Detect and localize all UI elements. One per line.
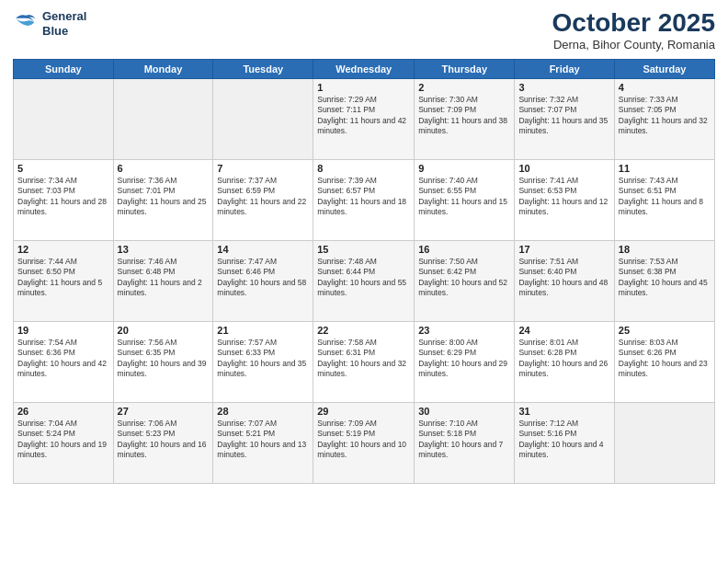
day-info: Sunrise: 7:56 AMSunset: 6:35 PMDaylight:… — [118, 338, 210, 380]
calendar-week-2: 5Sunrise: 7:34 AMSunset: 7:03 PMDaylight… — [14, 159, 715, 240]
day-info: Sunrise: 7:33 AMSunset: 7:05 PMDaylight:… — [619, 95, 711, 137]
day-number: 29 — [317, 406, 410, 417]
title-block: October 2025 Derna, Bihor County, Romani… — [552, 9, 715, 52]
day-info: Sunrise: 7:29 AMSunset: 7:11 PMDaylight:… — [317, 95, 410, 137]
day-info: Sunrise: 7:12 AMSunset: 5:16 PMDaylight:… — [518, 419, 609, 461]
calendar-cell: 27Sunrise: 7:06 AMSunset: 5:23 PMDayligh… — [113, 402, 213, 483]
weekday-header-tuesday: Tuesday — [213, 59, 313, 78]
calendar-cell: 21Sunrise: 7:57 AMSunset: 6:33 PMDayligh… — [213, 321, 313, 402]
calendar-cell: 1Sunrise: 7:29 AMSunset: 7:11 PMDaylight… — [313, 78, 415, 159]
day-number: 1 — [317, 82, 410, 93]
calendar-cell: 23Sunrise: 8:00 AMSunset: 6:29 PMDayligh… — [415, 321, 515, 402]
day-number: 7 — [217, 163, 309, 174]
day-number: 27 — [118, 406, 210, 417]
day-info: Sunrise: 7:39 AMSunset: 6:57 PMDaylight:… — [317, 176, 410, 218]
day-number: 28 — [217, 406, 309, 417]
day-number: 6 — [118, 163, 210, 174]
calendar-cell: 28Sunrise: 7:07 AMSunset: 5:21 PMDayligh… — [213, 402, 313, 483]
logo-text: General Blue — [42, 9, 86, 38]
day-info: Sunrise: 7:32 AMSunset: 7:07 PMDaylight:… — [518, 95, 609, 137]
day-number: 21 — [217, 325, 309, 336]
calendar-cell — [113, 78, 213, 159]
calendar-cell: 8Sunrise: 7:39 AMSunset: 6:57 PMDaylight… — [313, 159, 415, 240]
logo: General Blue — [13, 9, 86, 38]
calendar-week-1: 1Sunrise: 7:29 AMSunset: 7:11 PMDaylight… — [14, 78, 715, 159]
calendar-cell: 20Sunrise: 7:56 AMSunset: 6:35 PMDayligh… — [113, 321, 213, 402]
day-number: 18 — [619, 244, 711, 255]
day-info: Sunrise: 7:40 AMSunset: 6:55 PMDaylight:… — [418, 176, 510, 218]
logo-icon — [13, 11, 39, 37]
day-info: Sunrise: 7:09 AMSunset: 5:19 PMDaylight:… — [317, 419, 410, 461]
day-number: 5 — [17, 163, 109, 174]
day-info: Sunrise: 7:50 AMSunset: 6:42 PMDaylight:… — [418, 257, 510, 299]
day-info: Sunrise: 7:07 AMSunset: 5:21 PMDaylight:… — [217, 419, 309, 461]
calendar-cell: 29Sunrise: 7:09 AMSunset: 5:19 PMDayligh… — [313, 402, 415, 483]
calendar-table: SundayMondayTuesdayWednesdayThursdayFrid… — [13, 59, 715, 484]
day-info: Sunrise: 7:06 AMSunset: 5:23 PMDaylight:… — [118, 419, 210, 461]
weekday-header-monday: Monday — [113, 59, 213, 78]
weekday-header-saturday: Saturday — [614, 59, 714, 78]
day-number: 31 — [518, 406, 609, 417]
calendar-cell: 14Sunrise: 7:47 AMSunset: 6:46 PMDayligh… — [213, 240, 313, 321]
calendar-cell: 18Sunrise: 7:53 AMSunset: 6:38 PMDayligh… — [614, 240, 714, 321]
day-number: 20 — [118, 325, 210, 336]
weekday-header-wednesday: Wednesday — [313, 59, 415, 78]
calendar-cell: 11Sunrise: 7:43 AMSunset: 6:51 PMDayligh… — [614, 159, 714, 240]
calendar-cell: 12Sunrise: 7:44 AMSunset: 6:50 PMDayligh… — [14, 240, 114, 321]
calendar-cell: 25Sunrise: 8:03 AMSunset: 6:26 PMDayligh… — [614, 321, 714, 402]
calendar-cell — [614, 402, 714, 483]
page-header: General Blue October 2025 Derna, Bihor C… — [13, 9, 715, 52]
location-subtitle: Derna, Bihor County, Romania — [552, 38, 715, 52]
day-info: Sunrise: 7:57 AMSunset: 6:33 PMDaylight:… — [217, 338, 309, 380]
day-number: 15 — [317, 244, 410, 255]
day-info: Sunrise: 7:54 AMSunset: 6:36 PMDaylight:… — [17, 338, 109, 380]
day-info: Sunrise: 7:04 AMSunset: 5:24 PMDaylight:… — [17, 419, 109, 461]
day-number: 10 — [518, 163, 609, 174]
calendar-cell: 10Sunrise: 7:41 AMSunset: 6:53 PMDayligh… — [515, 159, 614, 240]
calendar-cell — [213, 78, 313, 159]
day-number: 8 — [317, 163, 410, 174]
calendar-cell: 9Sunrise: 7:40 AMSunset: 6:55 PMDaylight… — [415, 159, 515, 240]
day-info: Sunrise: 8:01 AMSunset: 6:28 PMDaylight:… — [518, 338, 609, 380]
calendar-week-4: 19Sunrise: 7:54 AMSunset: 6:36 PMDayligh… — [14, 321, 715, 402]
calendar-week-5: 26Sunrise: 7:04 AMSunset: 5:24 PMDayligh… — [14, 402, 715, 483]
weekday-header-thursday: Thursday — [415, 59, 515, 78]
day-number: 11 — [619, 163, 711, 174]
day-info: Sunrise: 7:36 AMSunset: 7:01 PMDaylight:… — [118, 176, 210, 218]
calendar-cell: 22Sunrise: 7:58 AMSunset: 6:31 PMDayligh… — [313, 321, 415, 402]
calendar-cell: 3Sunrise: 7:32 AMSunset: 7:07 PMDaylight… — [515, 78, 614, 159]
day-number: 25 — [619, 325, 711, 336]
day-number: 30 — [418, 406, 510, 417]
calendar-cell: 19Sunrise: 7:54 AMSunset: 6:36 PMDayligh… — [14, 321, 114, 402]
day-number: 3 — [518, 82, 609, 93]
day-number: 17 — [518, 244, 609, 255]
calendar-cell: 26Sunrise: 7:04 AMSunset: 5:24 PMDayligh… — [14, 402, 114, 483]
day-info: Sunrise: 8:00 AMSunset: 6:29 PMDaylight:… — [418, 338, 510, 380]
day-number: 24 — [518, 325, 609, 336]
calendar-cell: 5Sunrise: 7:34 AMSunset: 7:03 PMDaylight… — [14, 159, 114, 240]
calendar-cell: 6Sunrise: 7:36 AMSunset: 7:01 PMDaylight… — [113, 159, 213, 240]
weekday-header-sunday: Sunday — [14, 59, 114, 78]
day-info: Sunrise: 7:48 AMSunset: 6:44 PMDaylight:… — [317, 257, 410, 299]
calendar-week-3: 12Sunrise: 7:44 AMSunset: 6:50 PMDayligh… — [14, 240, 715, 321]
day-number: 9 — [418, 163, 510, 174]
weekday-header-row: SundayMondayTuesdayWednesdayThursdayFrid… — [14, 59, 715, 78]
day-info: Sunrise: 8:03 AMSunset: 6:26 PMDaylight:… — [619, 338, 711, 380]
day-info: Sunrise: 7:30 AMSunset: 7:09 PMDaylight:… — [418, 95, 510, 137]
day-info: Sunrise: 7:47 AMSunset: 6:46 PMDaylight:… — [217, 257, 309, 299]
day-info: Sunrise: 7:34 AMSunset: 7:03 PMDaylight:… — [17, 176, 109, 218]
day-info: Sunrise: 7:44 AMSunset: 6:50 PMDaylight:… — [17, 257, 109, 299]
calendar-cell — [14, 78, 114, 159]
calendar-cell: 31Sunrise: 7:12 AMSunset: 5:16 PMDayligh… — [515, 402, 614, 483]
day-number: 19 — [17, 325, 109, 336]
day-number: 26 — [17, 406, 109, 417]
month-title: October 2025 — [552, 9, 715, 38]
day-number: 4 — [619, 82, 711, 93]
day-number: 23 — [418, 325, 510, 336]
calendar-cell: 24Sunrise: 8:01 AMSunset: 6:28 PMDayligh… — [515, 321, 614, 402]
day-info: Sunrise: 7:46 AMSunset: 6:48 PMDaylight:… — [118, 257, 210, 299]
calendar-cell: 13Sunrise: 7:46 AMSunset: 6:48 PMDayligh… — [113, 240, 213, 321]
day-number: 13 — [118, 244, 210, 255]
day-info: Sunrise: 7:58 AMSunset: 6:31 PMDaylight:… — [317, 338, 410, 380]
day-info: Sunrise: 7:10 AMSunset: 5:18 PMDaylight:… — [418, 419, 510, 461]
